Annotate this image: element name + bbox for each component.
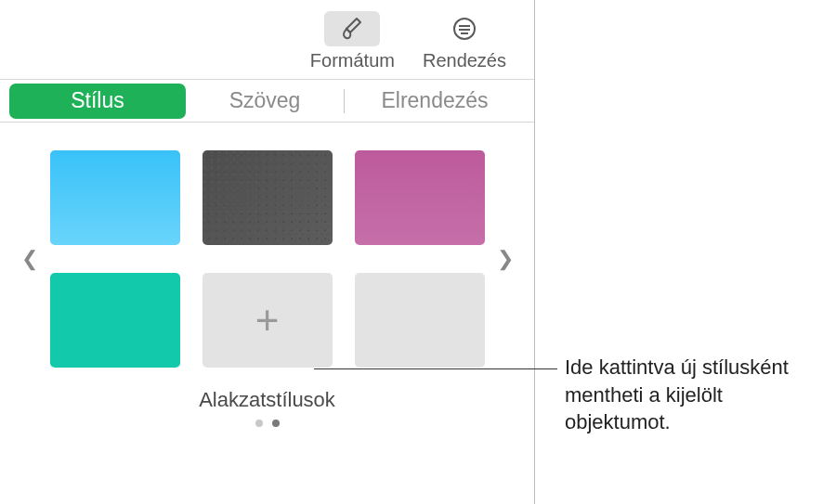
style-swatch-teal[interactable]: [50, 273, 180, 368]
prev-styles-button[interactable]: ❮: [17, 240, 43, 278]
style-swatch-empty[interactable]: [355, 273, 485, 368]
chevron-right-icon: ❯: [497, 247, 514, 271]
tab-style[interactable]: Stílus: [9, 84, 186, 119]
format-label: Formátum: [310, 50, 395, 71]
page-dots: [0, 420, 534, 427]
tab-layout[interactable]: Elrendezés: [345, 80, 525, 123]
style-swatch-texture[interactable]: [202, 150, 333, 245]
arrange-button[interactable]: Rendezés: [423, 11, 506, 71]
format-sidebar: Formátum Rendezés Stílus Szöveg Elrendez…: [0, 0, 535, 504]
plus-icon: +: [255, 300, 280, 341]
chevron-left-icon: ❮: [21, 247, 38, 271]
tab-text[interactable]: Szöveg: [186, 80, 344, 123]
tab-bar: Stílus Szöveg Elrendezés: [0, 80, 534, 123]
arrange-label: Rendezés: [423, 50, 506, 71]
add-style-button[interactable]: +: [202, 273, 333, 368]
style-swatch-pink[interactable]: [355, 150, 485, 245]
style-grid: +: [50, 150, 485, 368]
format-button[interactable]: Formátum: [310, 11, 395, 71]
style-area: ❮ + ❯ Alakzatstílusok: [0, 123, 534, 436]
callout-text: Ide kattintva új stílusként mentheti a k…: [565, 354, 816, 436]
next-styles-button[interactable]: ❯: [492, 240, 518, 278]
page-dot-2[interactable]: [272, 420, 280, 427]
arrange-icon: [437, 11, 492, 46]
toolbar: Formátum Rendezés: [0, 0, 534, 80]
page-dot-1[interactable]: [255, 420, 263, 427]
brush-icon: [324, 11, 380, 46]
section-title: Alakzatstílusok: [0, 388, 534, 412]
callout-line: [314, 368, 557, 369]
style-swatch-blue[interactable]: [50, 150, 180, 245]
